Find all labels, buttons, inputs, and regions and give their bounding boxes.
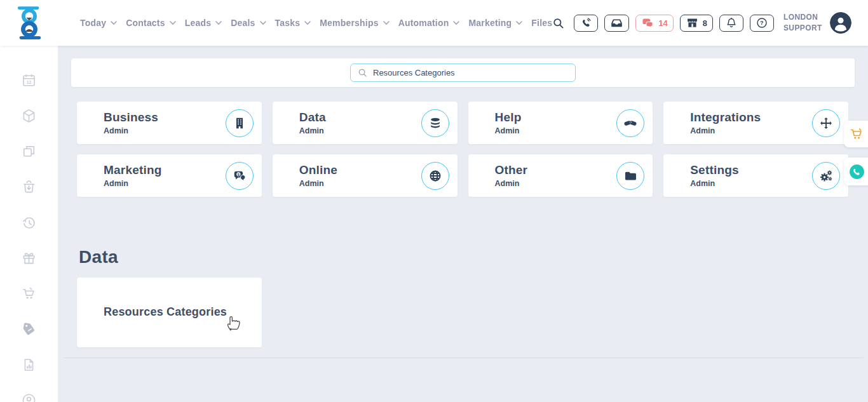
category-card-business[interactable]: Business Admin [77,102,262,144]
whatsapp-icon [849,164,865,180]
nav-label: Today [80,18,106,28]
category-title: Integrations [690,111,761,124]
nav-label: Memberships [320,18,378,28]
nav-item-memberships[interactable]: Memberships [320,18,389,28]
category-subtitle: Admin [299,126,326,135]
user-name: LONDON SUPPORT [783,12,822,34]
nav-item-leads[interactable]: Leads [185,18,222,28]
nav-label: Files [531,18,552,28]
hourglass-logo-icon [15,5,44,41]
nav-label: Contacts [126,18,165,28]
main-nav: Today Contacts Leads Deals Tasks Members… [80,18,552,28]
search-toolbar [71,58,855,87]
sidebar-item-shop[interactable] [21,286,37,302]
money-chat-icon: $ [226,162,254,190]
sidebar-item-calendar[interactable]: 12 [21,72,37,88]
bell-icon [725,17,738,29]
calendar-icon: 12 [21,72,37,88]
hand-cursor-icon [224,312,241,332]
category-title: Data [299,111,326,124]
user-icon [830,12,851,34]
nav-item-marketing[interactable]: Marketing [468,18,522,28]
category-card-online[interactable]: Online Admin [273,154,458,197]
tag-icon [21,321,37,337]
floating-cart-button[interactable] [844,121,868,147]
main-content: Business Admin Data Admin [58,46,868,402]
notifications-button[interactable] [719,15,743,32]
history-icon [21,215,37,231]
sidebar-item-history[interactable] [21,215,37,231]
search-input[interactable] [373,68,568,77]
chevron-down-icon [453,21,459,25]
cart-icon [21,286,37,302]
handshake-icon [616,109,644,137]
database-icon [421,109,449,137]
bag-receive-icon [21,179,37,195]
category-card-integrations[interactable]: Integrations Admin [663,102,848,144]
help-button[interactable]: ? [750,15,774,32]
nav-label: Tasks [275,18,301,28]
category-subtitle: Admin [299,179,337,188]
resources-categories-card[interactable]: Resources Categories [77,278,262,347]
category-grid: Business Admin Data Admin [77,102,848,197]
category-title: Marketing [104,163,162,177]
store-button[interactable]: 8 [680,15,713,32]
nav-item-deals[interactable]: Deals [231,18,266,28]
nav-item-today[interactable]: Today [80,18,117,28]
chevron-down-icon [111,21,117,25]
gears-icon [812,162,840,190]
chevron-down-icon [170,21,176,25]
nav-label: Marketing [468,18,512,28]
sidebar-item-account[interactable] [21,392,37,402]
nav-label: Leads [185,18,211,28]
nav-item-files[interactable]: Files [531,18,552,28]
chevron-down-icon [383,21,390,25]
section-divider [64,358,864,358]
sidebar-item-pricing[interactable] [21,321,37,337]
category-card-data[interactable]: Data Admin [273,102,458,144]
chevron-down-icon [304,21,311,25]
floating-whatsapp-button[interactable] [844,157,868,185]
svg-text:$: $ [237,171,240,176]
nav-item-automation[interactable]: Automation [398,18,460,28]
category-card-other[interactable]: Other Admin [468,154,653,197]
user-name-line2: SUPPORT [783,23,822,34]
sidebar-item-reports[interactable] [21,357,37,373]
category-title: Business [104,111,158,124]
category-subtitle: Admin [690,179,739,188]
section-title: Data [79,246,868,268]
resource-card-label: Resources Categories [104,305,227,319]
category-card-marketing[interactable]: Marketing Admin $ [77,154,262,197]
chevron-down-icon [516,21,522,25]
inbox-button[interactable] [604,15,629,32]
category-card-help[interactable]: Help Admin [468,102,653,144]
move-arrows-icon [812,109,840,137]
sidebar-item-products[interactable] [21,108,37,124]
phone-button[interactable] [574,15,598,32]
nav-item-tasks[interactable]: Tasks [275,18,311,28]
chat-button[interactable]: 14 [635,15,673,32]
left-sidebar: 12 [0,46,58,402]
chat-count-badge: 14 [658,18,667,28]
phone-icon [580,17,592,29]
category-subtitle: Admin [104,126,158,135]
gift-icon [21,250,37,266]
sidebar-item-pages[interactable] [21,144,37,159]
search-button[interactable] [552,17,564,29]
report-icon [21,357,37,373]
chevron-down-icon [215,21,222,25]
user-avatar[interactable] [830,12,851,34]
svg-text:?: ? [760,20,763,26]
chat-bubbles-icon [641,17,654,30]
sidebar-item-rewards[interactable] [21,250,37,266]
nav-label: Deals [231,18,255,28]
category-search[interactable] [350,64,576,82]
nav-item-contacts[interactable]: Contacts [126,18,176,28]
cube-icon [21,108,37,124]
sidebar-item-orders[interactable] [21,179,37,195]
folder-icon [616,162,644,190]
category-card-settings[interactable]: Settings Admin [663,154,848,197]
app-logo[interactable] [0,5,58,41]
category-title: Help [495,111,522,124]
user-circle-icon [21,392,37,402]
